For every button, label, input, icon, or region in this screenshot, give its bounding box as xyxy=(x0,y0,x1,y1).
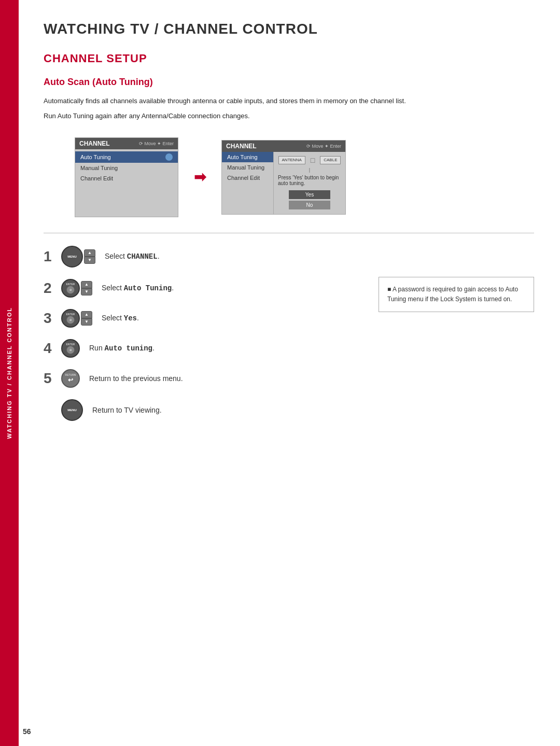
step-6-buttons: MENU xyxy=(61,399,83,421)
divider xyxy=(44,233,534,233)
nav-cluster-2: ▲ ▼ xyxy=(81,281,92,295)
nav-down-1: ▼ xyxy=(84,257,95,264)
menu-bullet xyxy=(165,153,173,161)
menu-button-1: MENU xyxy=(61,246,83,268)
page-number: 56 xyxy=(23,727,31,736)
step-3-row: 3 ENTER ⊙ ▲ ▼ Select Yes. xyxy=(44,309,363,328)
step-3-text: Select Yes. xyxy=(102,314,139,322)
nav-cluster-3: ▲ ▼ xyxy=(81,311,92,326)
no-button-screenshot: No xyxy=(289,201,330,209)
right-panel: ANTENNA □ CABLE | Press 'Yes' button to … xyxy=(274,152,345,214)
note-text: A password is required to gain access to… xyxy=(387,286,518,303)
body-text-2: Run Auto Tuning again after any Antenna/… xyxy=(44,111,510,122)
subsection-title: Auto Scan (Auto Tuning) xyxy=(44,77,534,88)
enter-button-4: ENTER ⊙ xyxy=(61,339,80,358)
screenshots-row: CHANNEL ⟳ Move ✦ Enter Auto Tuning Manua… xyxy=(75,137,534,217)
section-title: CHANNEL SETUP xyxy=(44,52,534,65)
menu-item-auto-tuning-right: Auto Tuning xyxy=(222,152,273,162)
step-2-buttons: ENTER ⊙ ▲ ▼ xyxy=(61,279,92,298)
menu-item-manual-tuning-right: Manual Tuning xyxy=(222,162,273,173)
nav-up-3: ▲ xyxy=(81,311,92,318)
step-3-number: 3 xyxy=(44,311,56,326)
step-4-number: 4 xyxy=(44,341,56,356)
panel-text: Press 'Yes' button to begin auto tuning. xyxy=(278,175,341,186)
antenna-cable-row: ANTENNA □ CABLE xyxy=(278,156,341,164)
nav-down-2: ▼ xyxy=(81,288,92,295)
menu-item-channel-edit-left: Channel Edit xyxy=(75,173,178,184)
step-2-text: Select Auto Tuning. xyxy=(102,284,174,292)
return-button: RETURN ↩ xyxy=(61,369,80,388)
enter-button-3: ENTER ⊙ xyxy=(61,309,80,328)
nav-cluster-1: ▲ ▼ xyxy=(84,249,95,264)
menu-nav-right: ⟳ Move ✦ Enter xyxy=(306,144,341,149)
menu-nav-left: ⟳ Move ✦ Enter xyxy=(139,141,174,146)
step-2-row: 2 ENTER ⊙ ▲ ▼ Select Auto Tuning. xyxy=(44,279,363,298)
step-4-row: 4 ENTER ⊙ Run Auto tuning. xyxy=(44,339,363,358)
step-2-number: 2 xyxy=(44,281,56,295)
menu-header-right: CHANNEL ⟳ Move ✦ Enter xyxy=(222,140,345,152)
step-5-buttons: RETURN ↩ xyxy=(61,369,80,388)
sidebar-label: WATCHING TV / CHANNEL CONTROL xyxy=(6,307,12,439)
menu-screenshot-left: CHANNEL ⟳ Move ✦ Enter Auto Tuning Manua… xyxy=(75,137,178,217)
nav-up-1: ▲ xyxy=(84,249,95,257)
steps-area: 1 MENU ▲ ▼ Select CHANNEL. 2 ENT xyxy=(44,246,534,432)
menu-title-right: CHANNEL xyxy=(226,143,257,150)
menu-header-left: CHANNEL ⟳ Move ✦ Enter xyxy=(75,138,178,149)
page-title: WATCHING TV / CHANNEL CONTROL xyxy=(44,21,534,37)
steps-left: 1 MENU ▲ ▼ Select CHANNEL. 2 ENT xyxy=(44,246,363,432)
sidebar: WATCHING TV / CHANNEL CONTROL xyxy=(0,0,19,746)
step-1-row: 1 MENU ▲ ▼ Select CHANNEL. xyxy=(44,246,363,268)
menu-title-left: CHANNEL xyxy=(79,140,110,147)
menu-item-auto-tuning-left: Auto Tuning xyxy=(75,151,178,163)
antenna-box: ANTENNA xyxy=(278,156,305,164)
step-1-number: 1 xyxy=(44,249,56,264)
step-5-text: Return to the previous menu. xyxy=(89,374,183,383)
body-text-1: Automatically finds all channels availab… xyxy=(44,96,510,107)
nav-up-2: ▲ xyxy=(81,281,92,288)
step-6-row: MENU Return to TV viewing. xyxy=(44,399,363,421)
cable-box: CABLE xyxy=(320,156,341,164)
step-3-buttons: ENTER ⊙ ▲ ▼ xyxy=(61,309,92,328)
step-5-number: 5 xyxy=(44,371,56,386)
menu-item-manual-tuning-left: Manual Tuning xyxy=(75,163,178,173)
step-6-text: Return to TV viewing. xyxy=(92,406,162,414)
menu-screenshot-right: CHANNEL ⟳ Move ✦ Enter Auto Tuning Manua… xyxy=(221,140,346,215)
step-1-text: Select CHANNEL. xyxy=(105,252,160,261)
menu-item-channel-edit-right: Channel Edit xyxy=(222,173,273,183)
step-1-buttons: MENU ▲ ▼ xyxy=(61,246,95,268)
steps-right: A password is required to gain access to… xyxy=(379,277,534,432)
nav-down-3: ▼ xyxy=(81,318,92,326)
connector-line: | xyxy=(278,167,341,173)
arrow-icon: ➡ xyxy=(194,168,206,186)
yes-button-screenshot: Yes xyxy=(289,190,330,199)
note-box: A password is required to gain access to… xyxy=(379,277,534,312)
step-4-text: Run Auto tuning. xyxy=(89,344,155,353)
step-4-buttons: ENTER ⊙ xyxy=(61,339,80,358)
menu-button-6: MENU xyxy=(61,399,83,421)
step-5-row: 5 RETURN ↩ Return to the previous menu. xyxy=(44,369,363,388)
menu-body-left: Auto Tuning Manual Tuning Channel Edit xyxy=(75,149,178,217)
enter-button-2: ENTER ⊙ xyxy=(61,279,80,298)
